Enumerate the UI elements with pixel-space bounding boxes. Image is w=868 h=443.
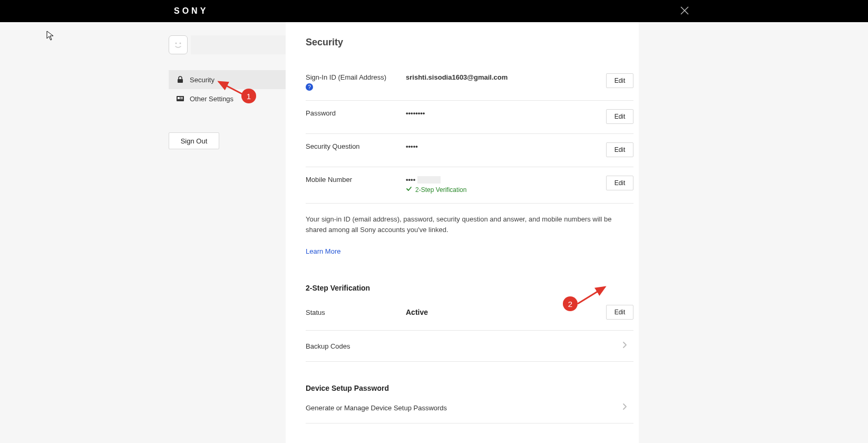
lock-icon	[176, 75, 184, 84]
page-title: Security	[306, 37, 633, 48]
topbar: SONY	[0, 0, 868, 22]
status-label: Status	[306, 309, 406, 316]
signin-id-label-text: Sign-In ID (Email Address)	[306, 73, 386, 81]
mobile-number-row: Mobile Number •••• 2-Step Verification E…	[306, 167, 633, 204]
sidebar: Security Other Settings Sign Out	[0, 22, 286, 443]
profile-row	[169, 35, 286, 54]
device-setup-manage-label: Generate or Manage Device Setup Password…	[306, 404, 622, 412]
status-value: Active	[406, 308, 606, 316]
sidebar-item-label: Other Settings	[190, 95, 233, 103]
svg-point-3	[180, 43, 181, 44]
sign-out-button[interactable]: Sign Out	[169, 132, 219, 149]
device-setup-section-title: Device Setup Password	[306, 384, 633, 392]
signin-id-email: srishti.sisodia1603@gmail.com	[406, 73, 508, 81]
brand-logo: SONY	[174, 6, 208, 16]
profile-name-placeholder	[191, 35, 286, 54]
password-row: Password •••••••• Edit	[306, 101, 633, 134]
signin-id-value: srishti.sisodia1603@gmail.com	[406, 73, 606, 81]
two-step-section-title: 2-Step Verification	[306, 284, 633, 292]
two-step-text: 2-Step Verification	[415, 186, 466, 194]
svg-rect-4	[178, 79, 183, 83]
sidebar-inner: Security Other Settings Sign Out	[169, 35, 286, 149]
backup-codes-row[interactable]: Backup Codes	[306, 331, 633, 362]
two-step-status-row: Status Active Edit	[306, 292, 633, 331]
help-icon[interactable]: ?	[306, 83, 313, 91]
edit-password-button[interactable]: Edit	[606, 109, 633, 124]
signin-id-label: Sign-In ID (Email Address) ?	[306, 73, 406, 91]
chevron-right-icon	[622, 341, 633, 351]
security-question-row: Security Question ••••• Edit	[306, 134, 633, 167]
mobile-number-label: Mobile Number	[306, 176, 406, 184]
card-icon	[176, 94, 184, 103]
learn-more-link[interactable]: Learn More	[306, 247, 340, 255]
password-label: Password	[306, 109, 406, 117]
password-value: ••••••••	[406, 109, 606, 117]
mobile-masked-row: ••••	[406, 176, 606, 184]
svg-rect-7	[180, 97, 183, 98]
edit-signin-id-button[interactable]: Edit	[606, 73, 633, 88]
shared-info-note: Your sign-in ID (email address), passwor…	[306, 214, 633, 235]
cursor-icon	[46, 31, 55, 43]
mobile-redacted-block	[417, 176, 441, 184]
sidebar-item-security[interactable]: Security	[169, 70, 286, 89]
mobile-masked-dots: ••••	[406, 176, 415, 184]
edit-two-step-button[interactable]: Edit	[606, 305, 633, 320]
svg-point-2	[175, 43, 177, 44]
main-panel: Security Sign-In ID (Email Address) ? sr…	[286, 22, 639, 443]
chevron-right-icon	[622, 403, 633, 412]
avatar	[169, 35, 188, 54]
signin-id-row: Sign-In ID (Email Address) ? srishti.sis…	[306, 65, 633, 101]
two-step-indicator: 2-Step Verification	[406, 186, 606, 194]
content-layout: Security Other Settings Sign Out Securit…	[0, 22, 868, 443]
annotation-callout-2: 2	[563, 296, 578, 311]
sidebar-item-label: Security	[190, 76, 214, 84]
annotation-callout-1: 1	[241, 89, 256, 103]
svg-rect-8	[180, 99, 183, 99]
security-question-label: Security Question	[306, 142, 406, 150]
svg-rect-6	[178, 97, 180, 99]
security-question-value: •••••	[406, 142, 606, 150]
edit-mobile-button[interactable]: Edit	[606, 176, 633, 190]
check-icon	[406, 186, 412, 194]
edit-security-question-button[interactable]: Edit	[606, 142, 633, 157]
password-masked: ••••••••	[406, 109, 425, 117]
security-question-masked: •••••	[406, 142, 418, 150]
device-setup-manage-row[interactable]: Generate or Manage Device Setup Password…	[306, 392, 633, 423]
backup-codes-label: Backup Codes	[306, 342, 622, 350]
close-icon[interactable]	[680, 6, 689, 16]
mobile-number-value: •••• 2-Step Verification	[406, 176, 606, 194]
sidebar-item-other-settings[interactable]: Other Settings	[169, 89, 286, 108]
